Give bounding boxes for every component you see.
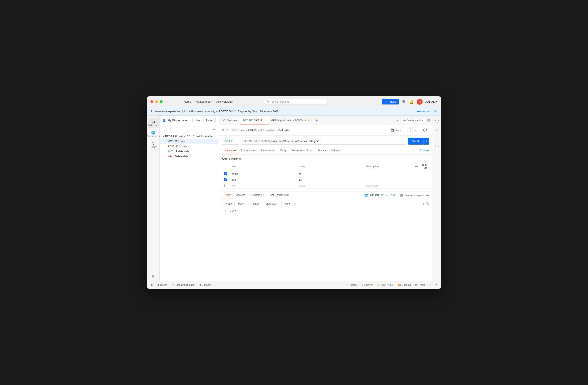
req-tab-tests[interactable]: Tests <box>315 147 328 154</box>
resp-body-tab-pretty[interactable]: Pretty <box>222 201 235 206</box>
resp-body-tab-visualize[interactable]: Visualize <box>263 201 279 206</box>
sidebar-icon-environments[interactable]: 🌐 Environments <box>148 129 159 139</box>
sort-button[interactable]: ≡ <box>168 127 172 131</box>
bulk-edit-button[interactable]: Bulk Edit <box>420 162 429 171</box>
search-response-button[interactable]: 🔍 <box>426 202 429 205</box>
trash-button[interactable]: 🗑 Trash <box>413 283 426 287</box>
more-button[interactable]: ••• <box>415 165 418 168</box>
format-selector[interactable]: Text ▾ <box>281 201 292 206</box>
edit-button[interactable]: ✏ <box>412 127 419 133</box>
settings-button[interactable]: ⚙ <box>401 99 406 105</box>
env-settings-button[interactable]: ⊞ <box>426 117 431 123</box>
help-button[interactable]: ? <box>434 283 439 287</box>
row-checkbox[interactable] <box>224 184 227 187</box>
copy-button[interactable]: ⎘ <box>423 202 425 205</box>
save-button[interactable]: 💾 Save <box>388 127 404 133</box>
rs-code-button[interactable]: </> <box>433 126 441 133</box>
response-more-button[interactable]: ••• <box>426 194 429 197</box>
tab-close-button[interactable]: ✕ <box>263 119 266 122</box>
resp-body-tab-preview[interactable]: Preview <box>247 201 262 206</box>
sidebar-icon-collections[interactable]: 🗂 Collections <box>148 118 159 128</box>
online-status-button[interactable]: Online <box>156 283 169 287</box>
req-tab-authorization[interactable]: Authorization <box>238 147 259 154</box>
forward-button[interactable]: → <box>174 99 180 104</box>
param-value-placeholder[interactable]: Value <box>296 183 364 189</box>
api-network-nav[interactable]: API Network ▾ <box>215 99 235 104</box>
cookies-link[interactable]: Cookies <box>420 149 429 152</box>
save-dropdown-button[interactable]: ▾ <box>405 127 411 133</box>
close-button[interactable] <box>150 100 153 103</box>
tab-close-button[interactable]: ✕ <box>307 119 310 122</box>
row-checkbox[interactable] <box>224 178 227 181</box>
req-tab-body[interactable]: Body <box>278 147 289 154</box>
more-options-button[interactable]: ••• <box>211 127 216 131</box>
home-nav[interactable]: Home <box>182 99 193 104</box>
save-example-button[interactable]: 💾 Save as example <box>399 194 424 197</box>
banner-close-button[interactable]: ✕ <box>434 109 437 113</box>
tree-folder-rest-api[interactable]: ▾ REST API basics: CRUD, test & variable <box>160 134 219 139</box>
rs-comment-button[interactable]: 💬 <box>434 118 440 125</box>
console-button[interactable]: ⊟ Console <box>197 283 213 287</box>
tab-overview[interactable]: ⊙ Overview <box>220 116 240 125</box>
req-tab-headers[interactable]: Headers (6) <box>259 147 278 154</box>
param-key[interactable]: name <box>229 171 296 177</box>
cookies-bottom-button[interactable]: 🍪 Cookies <box>396 283 413 287</box>
postbot-button[interactable]: ✦ Postbot <box>344 283 359 287</box>
banner-learn-more-link[interactable]: Learn more ↗ <box>416 110 432 113</box>
notifications-button[interactable]: 🔔 <box>408 99 415 105</box>
sidebar-icon-extra[interactable]: ⊞ <box>148 272 159 281</box>
rs-info-button[interactable]: ℹ <box>435 134 439 141</box>
import-button[interactable]: Import <box>204 118 216 123</box>
start-proxy-button[interactable]: ⚡ Start Proxy <box>375 283 395 287</box>
grid-bottom-button[interactable]: ⊞ <box>427 283 433 287</box>
req-tab-params[interactable]: Params <box>222 147 238 154</box>
param-key-placeholder[interactable]: Key <box>229 183 296 189</box>
param-desc[interactable] <box>364 171 413 177</box>
env-selector[interactable]: No Environment ▾ <box>400 118 425 123</box>
tab-dropdown-button[interactable]: ▾ <box>395 118 400 123</box>
tab-localhost[interactable]: GET http://localhost:8080/a ✕ <box>269 116 313 125</box>
param-key[interactable]: age <box>229 177 296 183</box>
resp-tab-cookies[interactable]: Cookies <box>233 191 248 199</box>
back-button[interactable]: ← <box>167 99 173 104</box>
upgrade-button[interactable]: Upgrade ▾ <box>425 100 438 103</box>
add-collection-button[interactable]: ＋ <box>163 127 167 131</box>
tree-item-get-data[interactable]: GET Get data <box>160 139 219 144</box>
rs-docs-button[interactable]: 📄 <box>434 143 440 149</box>
minimize-button[interactable] <box>155 100 158 103</box>
sidebar-toggle-button[interactable]: ⊞ <box>149 283 155 287</box>
avatar[interactable]: A <box>417 99 423 105</box>
search-bar[interactable]: 🔍 Search Postman <box>264 99 327 105</box>
send-main-button[interactable]: Send <box>408 138 423 144</box>
new-button[interactable]: New <box>192 118 202 123</box>
resp-tab-test-results[interactable]: Test Results (1/1) <box>267 191 292 199</box>
tree-item-post-data[interactable]: POST Post data <box>160 144 219 149</box>
param-desc[interactable] <box>364 177 413 183</box>
collection-breadcrumb[interactable]: REST API basics: CRUD, test & variable <box>226 129 275 132</box>
req-tab-settings[interactable]: Settings <box>328 147 343 154</box>
add-tab-button[interactable]: ＋ <box>313 118 320 123</box>
send-dropdown-button[interactable]: ▾ <box>423 138 429 144</box>
sidebar-icon-history[interactable]: ⏱ History <box>148 140 159 150</box>
tab-get-data[interactable]: GET Get data ✕ <box>240 116 269 125</box>
invite-button[interactable]: 👤 Invite <box>382 99 399 104</box>
param-desc-placeholder[interactable]: Description <box>364 183 413 189</box>
find-replace-button[interactable]: 🔍 Find and replace <box>170 283 196 287</box>
resp-body-tab-raw[interactable]: Raw <box>235 201 246 206</box>
tree-item-delete-data[interactable]: DEL Delete data <box>160 154 219 159</box>
req-tab-pre-request[interactable]: Pre-request Script <box>289 147 315 154</box>
resp-tab-body[interactable]: Body <box>222 191 233 199</box>
filter-button[interactable]: ⇌ <box>294 202 296 206</box>
url-input[interactable] <box>241 138 406 144</box>
runner-button[interactable]: ▷ Runner <box>360 283 374 287</box>
workspaces-nav[interactable]: Workspaces ▾ <box>194 99 214 104</box>
resp-tab-headers[interactable]: Headers (8) <box>248 191 267 199</box>
param-value[interactable]: 13 <box>296 177 364 183</box>
method-select[interactable]: GET ▾ <box>222 138 239 144</box>
tree-item-update-data[interactable]: PUT Update data <box>160 149 219 154</box>
maximize-button[interactable] <box>160 100 163 103</box>
param-value[interactable]: zs <box>296 171 364 177</box>
breadcrumb: ⊙ REST API basics: CRUD, test & variable… <box>222 129 289 132</box>
row-checkbox[interactable] <box>224 172 227 175</box>
comment-button[interactable]: 💬 <box>421 127 429 133</box>
